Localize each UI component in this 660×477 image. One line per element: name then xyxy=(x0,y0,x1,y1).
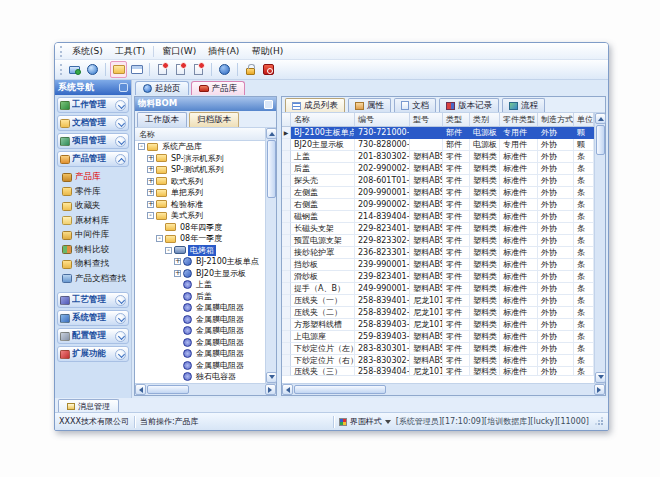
scroll-down-button[interactable] xyxy=(595,372,606,383)
tree-horizontal-scrollbar[interactable] xyxy=(135,383,276,395)
table-row-14[interactable]: 压线夹（一）258-839401-00X尼龙1010零件塑料类标准件外协条 xyxy=(282,295,594,307)
expand-icon[interactable]: + xyxy=(147,178,154,185)
table-row-1[interactable]: BJ20主显示板730-828000-04X部件电源板专用件外协颗 xyxy=(282,139,594,151)
nav-item-3-2[interactable]: 收藏夹 xyxy=(55,199,131,214)
collapse-icon[interactable]: - xyxy=(147,212,154,219)
detail-tab-1[interactable]: 属性 xyxy=(348,98,391,112)
scroll-left-button[interactable] xyxy=(282,384,293,395)
tree-node-0[interactable]: -系统产品库 xyxy=(135,141,265,153)
tree-node-3[interactable]: +欧式系列 xyxy=(135,176,265,188)
scrollbar-thumb[interactable] xyxy=(294,385,386,394)
version-tab-0[interactable]: 工作版本 xyxy=(137,112,187,127)
message-manager-tab[interactable]: 消息管理 xyxy=(58,399,119,412)
column-header-1[interactable]: 编号 xyxy=(355,113,410,127)
table-row-5[interactable]: 左侧盖209-990001-01X塑料ABS零件塑料类标准件外协条 xyxy=(282,187,594,199)
scroll-right-button[interactable] xyxy=(265,384,276,395)
nav-group-7[interactable]: 扩展功能 xyxy=(57,346,129,362)
menubar-grip[interactable] xyxy=(60,46,63,57)
tree-node-15[interactable]: 金属膜电阻器 xyxy=(135,314,265,326)
table-vertical-scrollbar[interactable] xyxy=(594,113,605,383)
scroll-right-button[interactable] xyxy=(594,384,605,395)
tree-node-17[interactable]: 金属膜电阻器 xyxy=(135,337,265,349)
chevron-down-icon[interactable] xyxy=(115,136,126,147)
nav-group-2[interactable]: 项目管理 xyxy=(57,133,129,149)
collapse-icon[interactable]: - xyxy=(138,143,145,150)
column-header-2[interactable]: 型号 xyxy=(410,113,443,127)
folder-button[interactable] xyxy=(110,61,127,78)
version-tab-1[interactable]: 归档版本 xyxy=(189,112,239,127)
doc-new-button[interactable] xyxy=(154,61,171,78)
menu-item-0[interactable]: 系统(S) xyxy=(66,44,109,59)
table-row-17[interactable]: 上电源座259-839403-00X塑料ABS零件塑料类标准件外协条 xyxy=(282,331,594,343)
table-row-3[interactable]: 后盖202-990002-01X塑料ABS零件塑料类标准件外协条 xyxy=(282,163,594,175)
tree-node-4[interactable]: +单把系列 xyxy=(135,187,265,199)
nav-item-3-3[interactable]: 原材料库 xyxy=(55,214,131,229)
scrollbar-thumb[interactable] xyxy=(596,125,605,155)
nav-item-3-7[interactable]: 产品文档查找 xyxy=(55,272,131,287)
collapse-icon[interactable]: - xyxy=(165,247,172,254)
doc-tab-1[interactable]: 产品库 xyxy=(191,81,246,95)
table-row-16[interactable]: 方形塑料线槽258-839403-00X尼龙1010零件塑料类标准件外协条 xyxy=(282,319,594,331)
tree-node-20[interactable]: 独石电容器 xyxy=(135,371,265,383)
table-row-4[interactable]: 探头壳208-601T01-01X塑料ABS零件塑料类标准件外协条 xyxy=(282,175,594,187)
scroll-up-button[interactable] xyxy=(595,113,606,124)
scroll-left-button[interactable] xyxy=(135,384,146,395)
nav-item-3-0[interactable]: 产品库 xyxy=(55,170,131,185)
menu-item-2[interactable]: 窗口(W) xyxy=(156,44,202,59)
chevron-down-icon[interactable] xyxy=(115,313,126,324)
nav-group-6[interactable]: 配置管理 xyxy=(57,328,129,344)
tree-node-8[interactable]: -08年一季度 xyxy=(135,233,265,245)
nav-group-0[interactable]: 工作管理 xyxy=(57,97,129,113)
table-row-2[interactable]: 上盖201-830302-00X塑料ABS零件塑料类标准件外协条 xyxy=(282,151,594,163)
pin-icon[interactable] xyxy=(264,100,273,109)
table-row-8[interactable]: 长磁头支架229-823401-00X塑料ABS零件塑料类标准件外协条 xyxy=(282,223,594,235)
nav-group-1[interactable]: 文档管理 xyxy=(57,115,129,131)
scroll-up-button[interactable] xyxy=(266,128,277,139)
tree-node-11[interactable]: +BJ20主显示板 xyxy=(135,268,265,280)
detail-tab-3[interactable]: 版本记录 xyxy=(439,98,499,112)
monitor-button[interactable] xyxy=(66,61,83,78)
table-row-9[interactable]: 预置电源支架229-823302-00X塑料ABS零件塑料类标准件外协条 xyxy=(282,235,594,247)
nav-item-3-5[interactable]: 物料比较 xyxy=(55,243,131,258)
menu-item-3[interactable]: 插件(A) xyxy=(202,44,245,59)
tree-node-18[interactable]: 金属膜电阻器 xyxy=(135,348,265,360)
grid-button[interactable] xyxy=(128,61,145,78)
doc-edit-button[interactable] xyxy=(172,61,189,78)
column-header-6[interactable]: 制造方式 xyxy=(538,113,574,127)
nav-collapse-icon[interactable] xyxy=(119,83,128,92)
tree-node-14[interactable]: 金属膜电阻器 xyxy=(135,302,265,314)
chevron-down-icon[interactable] xyxy=(115,100,126,111)
nav-item-3-6[interactable]: 物料查找 xyxy=(55,257,131,272)
table-row-13[interactable]: 提手（A、B）249-990001-01X塑料ABS零件塑料类标准件外协条 xyxy=(282,283,594,295)
scrollbar-thumb[interactable] xyxy=(267,140,276,198)
column-header-3[interactable]: 类型 xyxy=(443,113,470,127)
detail-tab-0[interactable]: 成员列表 xyxy=(285,98,345,112)
chevron-down-icon[interactable] xyxy=(115,118,126,129)
tree-column-header[interactable]: 名称 xyxy=(135,128,265,141)
table-row-7[interactable]: 磁钢盖214-839404-01X塑料ABS零件塑料类标准件外协条 xyxy=(282,211,594,223)
expand-icon[interactable]: + xyxy=(147,201,154,208)
expand-icon[interactable]: + xyxy=(147,155,154,162)
globe-button[interactable] xyxy=(84,61,101,78)
tree-node-2[interactable]: +SP-测试机系列 xyxy=(135,164,265,176)
tree-node-5[interactable]: +检验标准 xyxy=(135,199,265,211)
table-row-10[interactable]: 接纱轮护罩236-823301-00X塑料ABS零件塑料类标准件外协条 xyxy=(282,247,594,259)
detail-tab-4[interactable]: 流程 xyxy=(502,98,545,112)
table-row-11[interactable]: 挡纱板239-990001-01X塑料ABS零件塑料类标准件外协条 xyxy=(282,259,594,271)
expand-icon[interactable]: + xyxy=(147,166,154,173)
collapse-icon[interactable]: - xyxy=(156,235,163,242)
nav-item-3-1[interactable]: 零件库 xyxy=(55,185,131,200)
table-row-12[interactable]: 滑纱板239-823401-00X塑料ABS零件塑料类标准件外协条 xyxy=(282,271,594,283)
column-header-4[interactable]: 类别 xyxy=(470,113,500,127)
table-row-0[interactable]: ▶BJ-2100主板单点730-721000-12X部件电源板专用件外协颗 xyxy=(282,127,594,139)
chevron-down-icon[interactable] xyxy=(115,295,126,306)
tree-node-9[interactable]: -电烤箱 xyxy=(135,245,265,257)
nav-item-3-4[interactable]: 中间件库 xyxy=(55,228,131,243)
column-header-7[interactable]: 单位 xyxy=(574,113,594,127)
tree-node-19[interactable]: 金属膜电阻器 xyxy=(135,360,265,372)
scrollbar-thumb[interactable] xyxy=(147,385,189,394)
table-row-19[interactable]: 下纱定位片（右）283-830302-00X塑料ABS零件塑料类标准件外协条 xyxy=(282,355,594,367)
detail-tab-2[interactable]: 文档 xyxy=(394,98,436,112)
table-row-6[interactable]: 右侧盖209-990002-01X塑料ABS零件塑料类标准件外协条 xyxy=(282,199,594,211)
tree-vertical-scrollbar[interactable] xyxy=(265,128,276,383)
